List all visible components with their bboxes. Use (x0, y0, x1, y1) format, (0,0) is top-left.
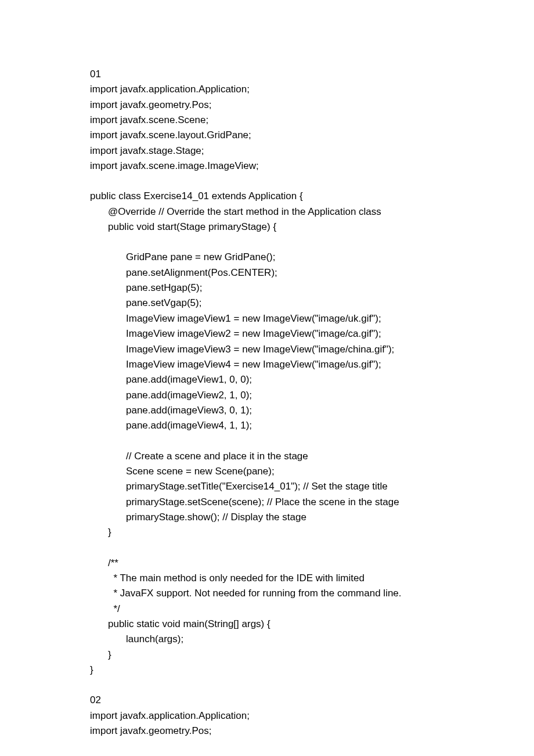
blank-line (90, 678, 444, 693)
code-line: import javafx.scene.image.ImageView; (90, 159, 444, 174)
code-line: pane.add(imageView1, 0, 0); (90, 372, 444, 387)
code-line: import javafx.geometry.Pos; (90, 98, 444, 113)
code-line: ImageView imageView2 = new ImageView("im… (90, 326, 444, 341)
code-line: GridPane pane = new GridPane(); (90, 250, 444, 265)
code-line: public static void main(String[] args) { (90, 617, 444, 632)
code-line: 01 (90, 67, 444, 82)
code-line: primaryStage.show(); // Display the stag… (90, 510, 444, 525)
code-line: import javafx.scene.Scene; (90, 113, 444, 128)
code-line: pane.add(imageView2, 1, 0); (90, 388, 444, 403)
code-line: ImageView imageView3 = new ImageView("im… (90, 342, 444, 357)
code-line: } (90, 647, 444, 663)
code-line: // Create a scene and place it in the st… (90, 449, 444, 464)
code-line: import javafx.stage.Stage; (90, 143, 444, 159)
code-line: * The main method is only needed for the… (90, 571, 444, 586)
blank-line (90, 434, 444, 449)
code-line: import javafx.application.Application; (90, 82, 444, 97)
code-line: public class Exercise14_01 extends Appli… (90, 189, 444, 204)
code-line: */ (90, 602, 444, 617)
code-line: 02 (90, 693, 444, 708)
code-line: import javafx.application.Application; (90, 708, 444, 723)
code-document: 01import javafx.application.Application;… (90, 67, 444, 739)
code-line: public void start(Stage primaryStage) { (90, 219, 444, 235)
blank-line (90, 541, 444, 556)
code-line: pane.setAlignment(Pos.CENTER); (90, 265, 444, 280)
code-line: launch(args); (90, 632, 444, 647)
code-line: primaryStage.setTitle("Exercise14_01"); … (90, 479, 444, 494)
code-line: pane.setHgap(5); (90, 280, 444, 296)
blank-line (90, 235, 444, 250)
code-line: import javafx.geometry.Pos; (90, 723, 444, 739)
code-line: Scene scene = new Scene(pane); (90, 464, 444, 479)
code-line: } (90, 663, 444, 678)
code-line: primaryStage.setScene(scene); // Place t… (90, 495, 444, 510)
code-line: /** (90, 556, 444, 571)
code-line: pane.setVgap(5); (90, 296, 444, 311)
code-line: pane.add(imageView4, 1, 1); (90, 418, 444, 433)
blank-line (90, 174, 444, 189)
code-line: pane.add(imageView3, 0, 1); (90, 403, 444, 418)
code-line: @Override // Override the start method i… (90, 204, 444, 219)
code-line: import javafx.scene.layout.GridPane; (90, 128, 444, 143)
code-line: ImageView imageView4 = new ImageView("im… (90, 357, 444, 372)
code-line: * JavaFX support. Not needed for running… (90, 586, 444, 601)
code-line: ImageView imageView1 = new ImageView("im… (90, 311, 444, 326)
code-line: } (90, 525, 444, 540)
